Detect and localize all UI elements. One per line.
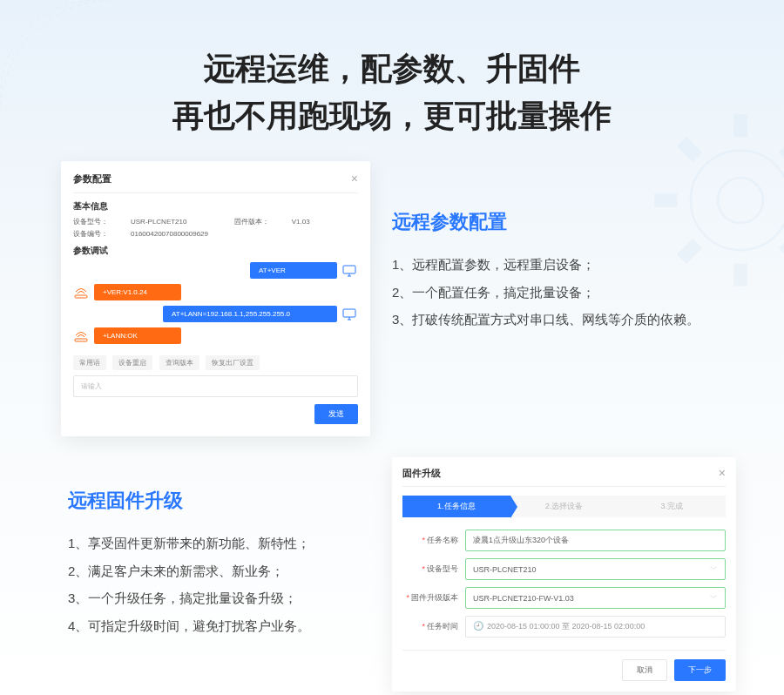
quick-phrase-bar: 常用语 设备重启 查询版本 恢复出厂设置 bbox=[73, 353, 358, 370]
section-title: 远程参数配置 bbox=[392, 209, 749, 235]
chat-bubble-recv: +VER:V1.0.24 bbox=[94, 284, 181, 300]
panel1-debug-title: 参数调试 bbox=[73, 245, 358, 257]
panel1-close-icon[interactable]: × bbox=[351, 172, 358, 186]
list-item: 3、打破传统配置方式对串口线、网线等介质的依赖。 bbox=[392, 306, 749, 334]
panel2-close-icon[interactable]: × bbox=[719, 466, 726, 480]
section-list: 1、远程配置参数，远程重启设备； 2、一个配置任务，搞定批量设备； 3、打破传统… bbox=[392, 251, 749, 334]
step-2: 2.选择设备 bbox=[510, 496, 618, 517]
chat-bubble-recv: +LANN:OK bbox=[94, 327, 181, 344]
panel-firmware-upgrade: 固件升级 × 1.任务信息 2.选择设备 3.完成 *任务名称 凌晨1点升级山东… bbox=[392, 457, 736, 692]
svg-rect-14 bbox=[343, 309, 355, 317]
quick-btn[interactable]: 查询版本 bbox=[159, 355, 199, 370]
chat-bubble-sent: AT+LANN=192.168.1.1,255.255.255.0 bbox=[163, 306, 337, 322]
form-row-device-model: *设备型号 USR-PLCNET210 ﹀ bbox=[402, 558, 726, 580]
form-row-task-time: *任务时间 🕘2020-08-15 01:00:00 至 2020-08-15 … bbox=[402, 616, 726, 638]
chat-row: +VER:V1.0.24 bbox=[73, 284, 358, 300]
chat-row: AT+VER bbox=[73, 262, 358, 279]
svg-rect-13 bbox=[75, 295, 87, 298]
wifi-device-icon bbox=[73, 287, 89, 299]
svg-rect-17 bbox=[75, 339, 87, 341]
chat-area: AT+VER +VER:V1.0.24 AT+LANN=192.168.1.1,… bbox=[73, 262, 358, 344]
device-model-select[interactable]: USR-PLCNET210 ﹀ bbox=[465, 558, 726, 580]
monitor-icon bbox=[342, 308, 358, 321]
svg-rect-10 bbox=[343, 266, 355, 273]
section-remote-params: 远程参数配置 1、远程配置参数，远程重启设备； 2、一个配置任务，搞定批量设备；… bbox=[392, 209, 749, 334]
step-indicator: 1.任务信息 2.选择设备 3.完成 bbox=[402, 496, 726, 517]
list-item: 2、满足客户未来的新需求、新业务； bbox=[68, 557, 382, 585]
list-item: 2、一个配置任务，搞定批量设备； bbox=[392, 279, 749, 307]
form-row-fw-version: *固件升级版本 USR-PLCNET210-FW-V1.03 ﹀ bbox=[402, 587, 726, 609]
svg-line-6 bbox=[681, 141, 697, 157]
chat-row: AT+LANN=192.168.1.1,255.255.255.0 bbox=[73, 306, 358, 322]
monitor-icon bbox=[342, 265, 358, 277]
cancel-button[interactable]: 取消 bbox=[622, 659, 667, 681]
step-3: 3.完成 bbox=[618, 496, 726, 517]
quick-btn[interactable]: 常用语 bbox=[73, 355, 106, 370]
bg-arc-decoration bbox=[0, 0, 131, 131]
chat-bubble-sent: AT+VER bbox=[250, 262, 337, 279]
form-row-task-name: *任务名称 凌晨1点升级山东320个设备 bbox=[402, 530, 726, 551]
section-title: 远程固件升级 bbox=[68, 488, 382, 514]
quick-btn[interactable]: 恢复出厂设置 bbox=[206, 355, 260, 370]
next-button[interactable]: 下一步 bbox=[674, 659, 726, 681]
task-time-input[interactable]: 🕘2020-08-15 01:00:00 至 2020-08-15 02:00:… bbox=[465, 616, 726, 638]
panel1-info-row2: 设备编号：01600420070800009629 bbox=[73, 228, 358, 240]
list-item: 4、可指定升级时间，避免打扰客户业务。 bbox=[68, 612, 382, 640]
task-name-input[interactable]: 凌晨1点升级山东320个设备 bbox=[465, 530, 726, 551]
send-button[interactable]: 发送 bbox=[314, 404, 358, 424]
quick-btn[interactable]: 设备重启 bbox=[112, 355, 152, 370]
panel1-basic-title: 基本信息 bbox=[73, 200, 358, 213]
panel-param-config: 参数配置 × 基本信息 设备型号：USR-PLCNET210 固件版本：V1.0… bbox=[61, 161, 370, 436]
chevron-down-icon: ﹀ bbox=[710, 592, 718, 604]
list-item: 1、远程配置参数，远程重启设备； bbox=[392, 251, 749, 279]
command-input[interactable]: 请输入 bbox=[73, 375, 358, 397]
panel1-info-row1: 设备型号：USR-PLCNET210 固件版本：V1.03 bbox=[73, 216, 358, 228]
fw-version-select[interactable]: USR-PLCNET210-FW-V1.03 ﹀ bbox=[465, 587, 726, 609]
wifi-device-icon bbox=[73, 330, 89, 342]
list-item: 1、享受固件更新带来的新功能、新特性； bbox=[68, 530, 382, 557]
panel2-title: 固件升级 bbox=[402, 467, 441, 480]
clock-icon: 🕘 bbox=[473, 621, 483, 631]
list-item: 3、一个升级任务，搞定批量设备升级； bbox=[68, 584, 382, 612]
chat-row: +LANN:OK bbox=[73, 327, 358, 344]
section-list: 1、享受固件更新带来的新功能、新特性； 2、满足客户未来的新需求、新业务； 3、… bbox=[68, 530, 382, 639]
panel1-title: 参数配置 bbox=[73, 172, 112, 186]
section-remote-firmware: 远程固件升级 1、享受固件更新带来的新功能、新特性； 2、满足客户未来的新需求、… bbox=[68, 488, 382, 639]
chevron-down-icon: ﹀ bbox=[710, 563, 718, 575]
step-1[interactable]: 1.任务信息 bbox=[402, 496, 510, 517]
